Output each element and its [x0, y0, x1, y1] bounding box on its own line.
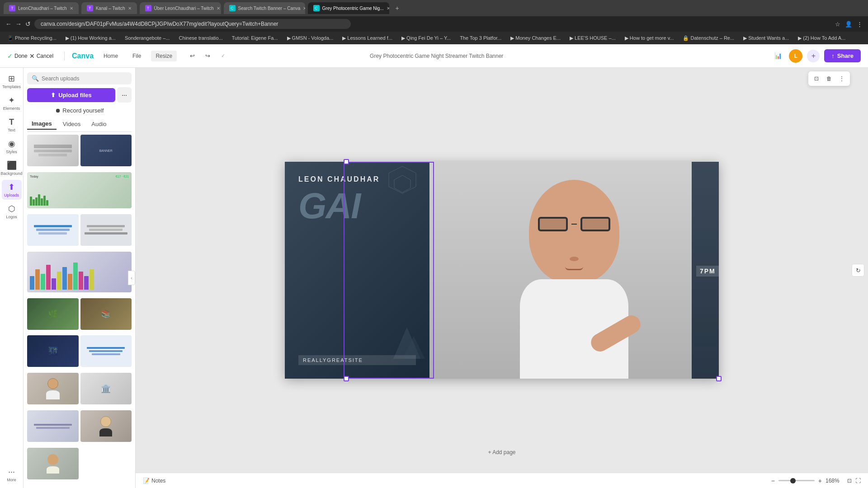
- tab-videos[interactable]: Videos: [58, 118, 85, 130]
- share-button[interactable]: ↑ Share: [824, 49, 861, 62]
- browser-tab-1[interactable]: T LeonChaudhari – Twitch ✕: [4, 2, 79, 14]
- thumbnail-14[interactable]: [80, 410, 132, 442]
- browser-tab-5[interactable]: C Grey Photocentric Game Nig... ✕: [308, 2, 389, 14]
- thumbnail-1[interactable]: [27, 135, 79, 166]
- zoom-out-btn[interactable]: −: [771, 477, 775, 484]
- done-button[interactable]: ✓ Done: [7, 52, 28, 60]
- thumbnail-11[interactable]: [27, 373, 79, 404]
- thumbnail-10[interactable]: [80, 335, 132, 367]
- tab-close-4[interactable]: ✕: [303, 6, 305, 11]
- upload-more-btn[interactable]: ···: [117, 87, 132, 103]
- thumbnail-2[interactable]: BANNER: [80, 135, 132, 166]
- thumbnail-8[interactable]: 📚: [80, 298, 132, 330]
- sidebar-item-styles[interactable]: ◉ Styles: [2, 136, 22, 156]
- browser-tab-4[interactable]: C Search Twitch Banner – Canva ✕: [224, 2, 305, 14]
- thumbnail-5[interactable]: [80, 214, 132, 246]
- bookmark-11[interactable]: ▶ LEE'S HOUSE –...: [566, 34, 619, 42]
- design-canvas[interactable]: LEON CHAUDHAR GAI REALLYGREATSITE: [285, 162, 719, 379]
- resize-button[interactable]: Resize: [151, 51, 177, 61]
- redo-button[interactable]: ↪: [201, 50, 214, 62]
- sidebar-item-elements[interactable]: ✦ Elements: [2, 93, 22, 113]
- resize-handle-br[interactable]: [716, 376, 722, 381]
- bookmark-10[interactable]: ▶ Money Changes E...: [507, 34, 564, 42]
- bookmark-12[interactable]: ▶ How to get more v...: [621, 34, 678, 42]
- tab-close-3[interactable]: ✕: [217, 6, 220, 11]
- bookmark-9[interactable]: The Top 3 Platfor...: [456, 34, 505, 42]
- thumbnail-12[interactable]: 🏛️: [80, 373, 132, 404]
- bookmark-14[interactable]: ▶ Student Wants a...: [740, 34, 793, 42]
- thumbnail-7[interactable]: 🌿: [27, 298, 79, 330]
- settings-icon[interactable]: ⋮: [857, 21, 863, 28]
- zoom-in-btn[interactable]: +: [818, 477, 822, 484]
- banner-right-panel[interactable]: [429, 162, 719, 379]
- add-collaborator-btn[interactable]: +: [807, 50, 820, 62]
- tab-close-2[interactable]: ✕: [128, 6, 132, 11]
- thumbnail-13[interactable]: [27, 410, 79, 442]
- record-yourself-btn[interactable]: ⏺ Record yourself: [27, 105, 132, 116]
- bookmark-6[interactable]: ▶ GMSN - Vologda...: [283, 34, 337, 42]
- sidebar-item-logos[interactable]: ⬡ Logos: [2, 202, 22, 221]
- thumbnail-3[interactable]: Today€17 · €21: [27, 172, 132, 208]
- bookmark-2[interactable]: ▶ (1) How Working a...: [62, 34, 119, 42]
- browser-tab-2[interactable]: T Kanal – Twitch ✕: [81, 2, 137, 14]
- canvas-right-tools: ↻: [852, 264, 864, 277]
- fullscreen-btn[interactable]: ⛶: [855, 478, 861, 484]
- thumbnail-9[interactable]: 🌃: [27, 335, 79, 367]
- reload-btn[interactable]: ↺: [25, 20, 31, 28]
- resize-handle-tl[interactable]: [344, 159, 349, 164]
- banner-website: REALLYGREATSITE: [298, 355, 416, 365]
- home-button[interactable]: Home: [99, 51, 123, 61]
- copy-tool-btn[interactable]: ⊡: [811, 73, 822, 84]
- file-button[interactable]: File: [128, 51, 146, 61]
- text-label: Text: [8, 128, 15, 132]
- add-page-button[interactable]: + Add page: [484, 446, 519, 459]
- templates-icon: ⊞: [8, 74, 15, 84]
- analytics-button[interactable]: 📊: [772, 50, 784, 62]
- upload-files-button[interactable]: ⬆ Upload files: [27, 88, 115, 102]
- canva-logo[interactable]: Canva: [72, 52, 94, 60]
- sidebar-item-templates[interactable]: ⊞ Templates: [2, 71, 22, 91]
- refresh-canvas-btn[interactable]: ↻: [852, 264, 864, 277]
- notes-button[interactable]: 📝 Notes: [143, 478, 165, 484]
- sidebar-item-text[interactable]: T Text: [2, 115, 22, 135]
- tab-close-5[interactable]: ✕: [387, 6, 389, 11]
- tab-audio[interactable]: Audio: [87, 118, 111, 130]
- thumbnail-6[interactable]: [27, 252, 132, 292]
- bookmark-7[interactable]: ▶ Lessons Learned f...: [339, 34, 396, 42]
- profile-icon[interactable]: 👤: [845, 21, 852, 28]
- resize-handle-bl[interactable]: [344, 376, 349, 381]
- browser-tab-3[interactable]: T Über LeonChaudhari – Twitch ✕: [140, 2, 221, 14]
- cancel-button[interactable]: ✕ Cancel: [29, 52, 53, 60]
- sidebar-item-uploads[interactable]: ⬆ Uploads: [2, 180, 22, 200]
- tab-images[interactable]: Images: [27, 118, 57, 130]
- delete-tool-btn[interactable]: 🗑: [824, 73, 835, 84]
- bookmark-1[interactable]: 📱 Phone Recycling...: [4, 34, 60, 42]
- zoom-slider[interactable]: [778, 480, 815, 481]
- search-input[interactable]: [42, 75, 127, 82]
- thumbnail-15[interactable]: [27, 448, 79, 479]
- sidebar-item-more[interactable]: ··· More: [2, 465, 22, 484]
- address-input[interactable]: [34, 19, 351, 29]
- forward-btn[interactable]: →: [15, 20, 22, 28]
- canvas-scroll[interactable]: ⊡ 🗑 ⋮ ↻: [136, 68, 868, 473]
- sidebar-item-background[interactable]: ⬛ Background: [2, 158, 22, 178]
- bookmark-15[interactable]: ▶ (2) How To Add A...: [794, 34, 849, 42]
- new-tab-btn[interactable]: +: [392, 3, 403, 14]
- bookmark-5[interactable]: Tutorial: Eigene Fa...: [228, 34, 282, 42]
- bookmark-3[interactable]: Sonderangebote –...: [121, 34, 174, 42]
- more-tool-btn[interactable]: ⋮: [836, 73, 847, 84]
- bookmark-icon[interactable]: ☆: [835, 21, 840, 28]
- right-side-decoration: 7PM: [692, 162, 719, 379]
- mouth: [565, 267, 583, 270]
- user-avatar[interactable]: L: [789, 49, 802, 63]
- thumbnail-4[interactable]: [27, 214, 79, 246]
- bookmark-4[interactable]: Chinese translatio...: [175, 34, 226, 42]
- tab-label-4: Search Twitch Banner – Canva: [238, 6, 301, 11]
- panel-collapse-handle[interactable]: ‹: [128, 271, 135, 285]
- bookmark-8[interactable]: ▶ Qing Fei De Yi – Y...: [398, 34, 454, 42]
- undo-button[interactable]: ↩: [186, 50, 198, 62]
- tab-close-1[interactable]: ✕: [70, 6, 73, 11]
- bookmark-13[interactable]: 🔒 Datenschutz – Re...: [679, 34, 738, 42]
- back-btn[interactable]: ←: [5, 20, 12, 28]
- fit-page-btn[interactable]: ⊡: [847, 478, 852, 484]
